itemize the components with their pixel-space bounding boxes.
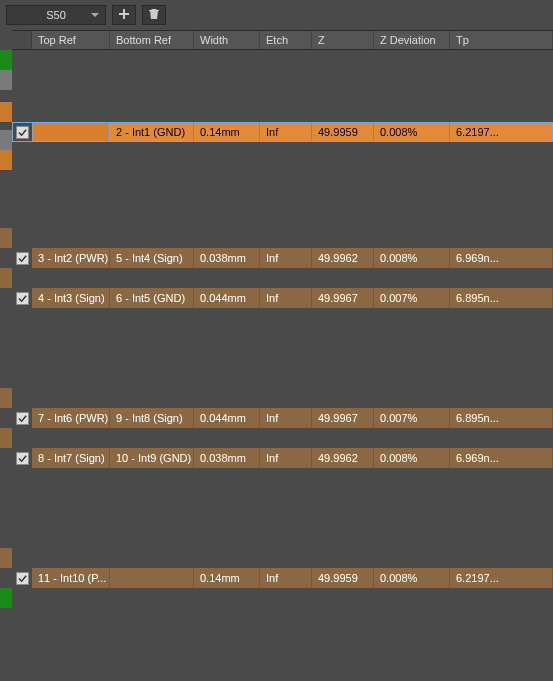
gutter-segment [0,130,12,150]
table-header: Top Ref Bottom Ref Width Etch Z Z Deviat… [12,30,553,50]
profile-dropdown[interactable]: S50 [6,5,106,25]
cell-z[interactable]: 49.9967 [312,288,374,308]
table-row[interactable]: 3 - Int2 (PWR)5 - Int4 (Sign)0.038mmInf4… [12,248,553,268]
cell-tp[interactable]: 6.969n... [450,448,553,468]
cell-bottom-ref[interactable]: 6 - Int5 (GND) [110,288,194,308]
cell-z-deviation[interactable]: 0.007% [374,408,450,428]
row-checkbox[interactable] [16,412,29,425]
header-z[interactable]: Z [312,31,374,49]
cell-tp[interactable]: 6.2197... [450,122,553,142]
gutter-segment [0,102,12,122]
row-checkbox[interactable] [16,572,29,585]
table-row[interactable]: 11 - Int10 (P...0.14mmInf49.99590.008%6.… [12,568,553,588]
toolbar: S50 [0,0,553,30]
row-checkbox[interactable] [16,252,29,265]
cell-width[interactable]: 0.044mm [194,288,260,308]
header-z-deviation[interactable]: Z Deviation [374,31,450,49]
cell-z-deviation[interactable]: 0.008% [374,448,450,468]
cell-bottom-ref[interactable]: 10 - Int9 (GND) [110,448,194,468]
trash-icon [148,8,160,22]
table-row[interactable]: 2 - Int1 (GND)0.14mmInf49.99590.008%6.21… [12,122,553,142]
cell-etch[interactable]: Inf [260,288,312,308]
row-checkbox-cell [12,448,32,468]
cell-tp[interactable]: 6.2197... [450,568,553,588]
cell-top-ref[interactable]: 7 - Int6 (PWR) [32,408,110,428]
header-width[interactable]: Width [194,31,260,49]
gutter-segment [0,228,12,248]
gutter-segment [0,428,12,448]
gutter-segment [0,548,12,568]
cell-z-deviation[interactable]: 0.008% [374,122,450,142]
row-checkbox-cell [12,408,32,428]
cell-width[interactable]: 0.14mm [194,122,260,142]
layer-gutter [0,30,12,681]
cell-top-ref[interactable]: 3 - Int2 (PWR) [32,248,110,268]
cell-z[interactable]: 49.9962 [312,248,374,268]
row-checkbox-cell [12,568,32,588]
gutter-segment [0,70,12,90]
cell-z[interactable]: 49.9959 [312,568,374,588]
header-checkbox-col [12,31,32,49]
cell-z-deviation[interactable]: 0.008% [374,568,450,588]
cell-bottom-ref[interactable] [110,568,194,588]
cell-top-ref[interactable]: 4 - Int3 (Sign) [32,288,110,308]
cell-z-deviation[interactable]: 0.008% [374,248,450,268]
table-body: 2 - Int1 (GND)0.14mmInf49.99590.008%6.21… [12,50,553,681]
cell-bottom-ref[interactable]: 2 - Int1 (GND) [110,122,194,142]
gutter-segment [0,150,12,170]
cell-width[interactable]: 0.044mm [194,408,260,428]
cell-z[interactable]: 49.9962 [312,448,374,468]
cell-top-ref[interactable]: 11 - Int10 (P... [32,568,110,588]
cell-etch[interactable]: Inf [260,568,312,588]
cell-width[interactable]: 0.038mm [194,248,260,268]
gutter-segment [0,588,12,608]
cell-bottom-ref[interactable]: 9 - Int8 (Sign) [110,408,194,428]
gutter-segment [0,388,12,408]
cell-etch[interactable]: Inf [260,408,312,428]
gutter-segment [0,268,12,288]
cell-etch[interactable]: Inf [260,122,312,142]
cell-tp[interactable]: 6.895n... [450,288,553,308]
cell-z[interactable]: 49.9959 [312,122,374,142]
row-checkbox[interactable] [16,452,29,465]
gutter-segment [0,30,12,50]
cell-width[interactable]: 0.038mm [194,448,260,468]
gutter-segment [0,50,12,70]
cell-tp[interactable]: 6.895n... [450,408,553,428]
cell-top-ref[interactable]: 8 - Int7 (Sign) [32,448,110,468]
cell-z-deviation[interactable]: 0.007% [374,288,450,308]
delete-button[interactable] [142,5,166,25]
impedance-table: Top Ref Bottom Ref Width Etch Z Z Deviat… [12,30,553,681]
cell-tp[interactable]: 6.969n... [450,248,553,268]
cell-width[interactable]: 0.14mm [194,568,260,588]
plus-icon [118,8,130,22]
table-row[interactable]: 4 - Int3 (Sign)6 - Int5 (GND)0.044mmInf4… [12,288,553,308]
cell-bottom-ref[interactable]: 5 - Int4 (Sign) [110,248,194,268]
row-checkbox[interactable] [16,292,29,305]
row-checkbox-cell [12,248,32,268]
row-checkbox[interactable] [16,126,29,139]
cell-top-ref[interactable] [32,122,110,142]
header-top-ref[interactable]: Top Ref [32,31,110,49]
header-etch[interactable]: Etch [260,31,312,49]
cell-z[interactable]: 49.9967 [312,408,374,428]
cell-etch[interactable]: Inf [260,248,312,268]
table-row[interactable]: 7 - Int6 (PWR)9 - Int8 (Sign)0.044mmInf4… [12,408,553,428]
row-checkbox-cell [12,288,32,308]
header-bottom-ref[interactable]: Bottom Ref [110,31,194,49]
table-row[interactable]: 8 - Int7 (Sign)10 - Int9 (GND)0.038mmInf… [12,448,553,468]
cell-etch[interactable]: Inf [260,448,312,468]
add-button[interactable] [112,5,136,25]
profile-dropdown-value: S50 [46,9,66,21]
row-checkbox-cell [12,122,32,142]
header-tp[interactable]: Tp [450,31,553,49]
